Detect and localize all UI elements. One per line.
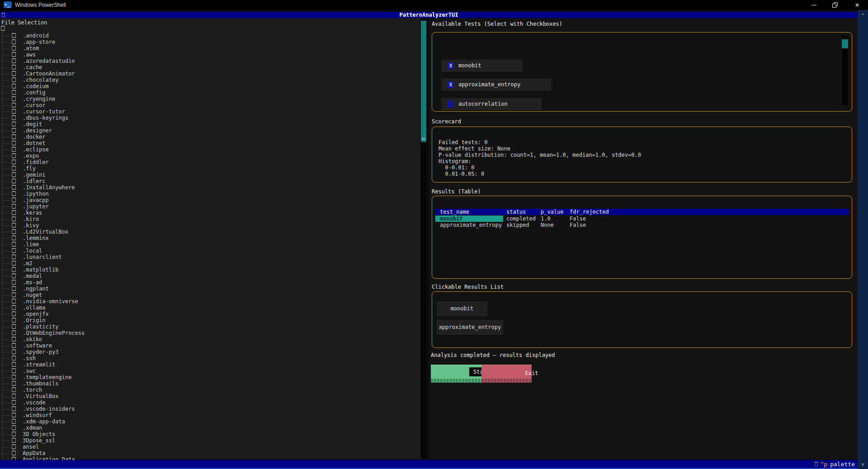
tree-item[interactable]: .chocolatey: [0, 77, 420, 83]
tree-item[interactable]: .nvidia-omniverse: [0, 298, 420, 305]
tree-item[interactable]: .fly: [0, 165, 420, 172]
close-button[interactable]: ×: [849, 0, 865, 10]
tree-item[interactable]: .app-store: [0, 39, 420, 45]
maximize-button[interactable]: [827, 0, 843, 10]
window-scrollbar[interactable]: ^ v: [858, 10, 868, 469]
tree-item[interactable]: .software: [0, 342, 420, 349]
tree-item[interactable]: .openjfx: [0, 311, 420, 317]
tree-item[interactable]: .CartoonAnimator: [0, 70, 420, 77]
tree-branch-line: [2, 308, 10, 308]
tree-item[interactable]: .QtWebEngineProcess: [0, 330, 420, 336]
tree-item[interactable]: .torch: [0, 387, 420, 393]
exit-button[interactable]: Exit: [481, 365, 532, 383]
tree-item[interactable]: .cursor-tutor: [0, 108, 420, 115]
tree-item[interactable]: .idlerc: [0, 178, 420, 184]
tree-item[interactable]: .ollama: [0, 305, 420, 311]
tree-item[interactable]: .templateengine: [0, 374, 420, 380]
start-button[interactable]: Start: [431, 365, 481, 383]
tree-item[interactable]: .cache: [0, 64, 420, 70]
tree-item[interactable]: .streamlit: [0, 361, 420, 368]
minimize-button[interactable]: [806, 0, 821, 10]
tree-item[interactable]: .ipython: [0, 191, 420, 197]
tree-item[interactable]: .Ld2VirtualBox: [0, 229, 420, 235]
tree-item[interactable]: .plasticity: [0, 324, 420, 330]
checkbox-icon[interactable]: X: [448, 81, 454, 88]
command-palette-hint[interactable]: ^ppalette: [815, 461, 855, 467]
tree-item[interactable]: .ngplant: [0, 286, 420, 292]
tree-item[interactable]: .kiro: [0, 216, 420, 222]
tree-item[interactable]: .degit: [0, 121, 420, 127]
tree-item[interactable]: .thumbnails: [0, 380, 420, 387]
checkbox-icon[interactable]: X: [448, 62, 454, 69]
tree-item[interactable]: .fiddler: [0, 159, 420, 165]
tree-item[interactable]: .dbus-keyrings: [0, 115, 420, 121]
tree-item[interactable]: 3Dpose_ssl: [0, 437, 420, 444]
tree-item[interactable]: AppData: [0, 450, 420, 456]
tree-item[interactable]: .VirtualBox: [0, 393, 420, 399]
tree-item[interactable]: .expo: [0, 153, 420, 159]
tests-list-scrollbar-thumb[interactable]: [842, 39, 848, 48]
tree-item[interactable]: .matplotlib: [0, 267, 420, 273]
tree-item[interactable]: .local: [0, 248, 420, 254]
result-list-item[interactable]: approximate_entropy: [437, 320, 503, 335]
tree-item[interactable]: .javacpp: [0, 197, 420, 203]
file-tree-scrollbar-thumb[interactable]: [421, 21, 426, 142]
test-checkbox-item[interactable]: Xmonobit: [441, 60, 523, 72]
scroll-down-arrow-icon[interactable]: v: [858, 461, 868, 467]
tree-item[interactable]: .xdm-app-data: [0, 418, 420, 425]
file-tree-scrollbar[interactable]: [421, 21, 426, 458]
tree-item[interactable]: .atom: [0, 45, 420, 52]
tree-item[interactable]: .azuredatastudio: [0, 58, 420, 64]
folder-icon: [12, 185, 16, 190]
table-row[interactable]: monobitcompleted1.0False: [435, 216, 849, 222]
tree-root-folder-icon[interactable]: [1, 26, 5, 31]
tree-item[interactable]: .xdman: [0, 425, 420, 431]
tree-branch-line: [2, 251, 10, 251]
folder-icon: [12, 141, 16, 145]
tree-item[interactable]: .codeium: [0, 83, 420, 89]
tree-item[interactable]: .ms-ad: [0, 279, 420, 286]
tree-item[interactable]: .lime: [0, 241, 420, 248]
tree-item[interactable]: .nuget: [0, 292, 420, 298]
test-checkbox-item[interactable]: Xapproximate_entropy: [441, 79, 551, 91]
tests-list-scrollbar[interactable]: [842, 36, 848, 105]
tree-item-label: .fiddler: [23, 159, 49, 165]
tree-item[interactable]: .medal: [0, 273, 420, 279]
tree-item[interactable]: .skiko: [0, 336, 420, 342]
tree-item[interactable]: ansel: [0, 444, 420, 450]
tree-item[interactable]: .windsurf: [0, 412, 420, 418]
result-list-item[interactable]: monobit: [437, 301, 487, 316]
tree-item[interactable]: .ssh: [0, 355, 420, 361]
folder-icon: [12, 356, 16, 361]
tree-item[interactable]: .vscode-insiders: [0, 406, 420, 412]
tree-branch-line: [2, 282, 10, 283]
tree-item[interactable]: .jupyter: [0, 203, 420, 210]
tree-item[interactable]: .aws: [0, 52, 420, 58]
tree-item[interactable]: .spyder-py3: [0, 349, 420, 355]
test-checkbox-item[interactable]: autocorrelation: [441, 98, 542, 110]
tree-item[interactable]: .designer: [0, 127, 420, 134]
tree-item[interactable]: .vscode: [0, 399, 420, 406]
table-row[interactable]: approximate_entropyskippedNoneFalse: [435, 222, 849, 228]
folder-icon: [12, 159, 16, 164]
start-button-shadow: [431, 379, 481, 383]
tree-item[interactable]: .kivy: [0, 222, 420, 229]
tree-item[interactable]: .m2: [0, 260, 420, 267]
tree-item[interactable]: .Origin: [0, 317, 420, 324]
scroll-up-arrow-icon[interactable]: ^: [858, 13, 868, 19]
tree-item[interactable]: .cursor: [0, 102, 420, 108]
tree-item[interactable]: .dotnet: [0, 140, 420, 146]
tree-item[interactable]: .config: [0, 89, 420, 96]
tree-item[interactable]: .docker: [0, 134, 420, 140]
tree-item[interactable]: .lemminx: [0, 235, 420, 241]
tree-item[interactable]: 3D Objects: [0, 431, 420, 437]
tree-item[interactable]: .InstallAnywhere: [0, 184, 420, 191]
tree-item[interactable]: .eclipse: [0, 146, 420, 153]
tree-item[interactable]: .cryengine: [0, 96, 420, 102]
tree-item[interactable]: .android: [0, 33, 420, 39]
tree-item[interactable]: .keras: [0, 210, 420, 216]
tree-item[interactable]: .lunarclient: [0, 254, 420, 260]
checkbox-icon[interactable]: [448, 101, 454, 108]
tree-item[interactable]: .swc: [0, 368, 420, 374]
tree-item[interactable]: .gemini: [0, 172, 420, 178]
